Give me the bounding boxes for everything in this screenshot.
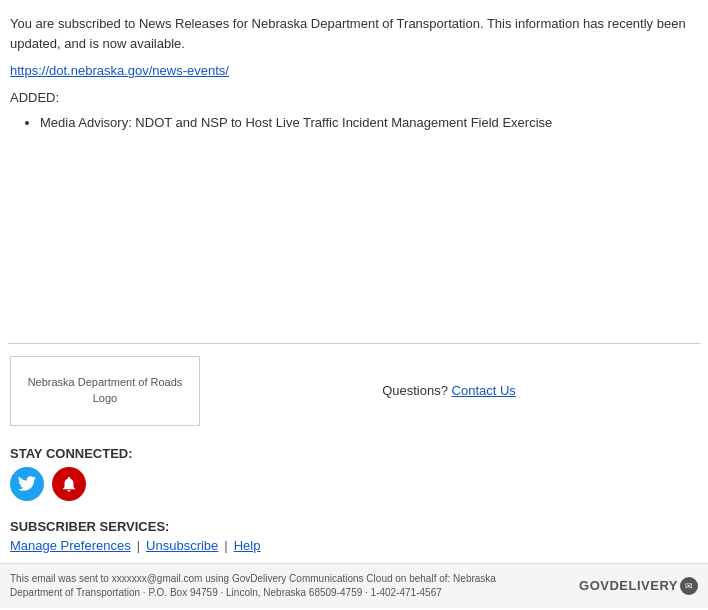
subscriber-links: Manage Preferences | Unsubscribe | Help xyxy=(10,538,698,553)
footer-bottom: This email was sent to xxxxxxx@gmail.com… xyxy=(0,563,708,608)
stay-connected-section: STAY CONNECTED: xyxy=(0,438,708,515)
list-item: Media Advisory: NDOT and NSP to Host Liv… xyxy=(40,113,698,133)
separator-2: | xyxy=(224,538,227,553)
help-link[interactable]: Help xyxy=(234,538,261,553)
questions-section: Questions? Contact Us xyxy=(200,383,698,398)
logo-box: Nebraska Department of Roads Logo xyxy=(10,356,200,426)
news-link[interactable]: https://dot.nebraska.gov/news-events/ xyxy=(10,63,229,78)
subscriber-services-label: SUBSCRIBER SERVICES: xyxy=(10,519,698,534)
unsubscribe-link[interactable]: Unsubscribe xyxy=(146,538,218,553)
spacer xyxy=(10,133,698,333)
item-list: Media Advisory: NDOT and NSP to Host Liv… xyxy=(40,113,698,133)
questions-text: Questions? xyxy=(382,383,448,398)
footer-bottom-text: This email was sent to xxxxxxx@gmail.com… xyxy=(10,572,530,600)
govdelivery-logo: GOVDELIVERY ✉ xyxy=(579,577,698,595)
added-label: ADDED: xyxy=(10,90,698,105)
manage-preferences-link[interactable]: Manage Preferences xyxy=(10,538,131,553)
twitter-icon[interactable] xyxy=(10,467,44,501)
govdelivery-label: GOVDELIVERY xyxy=(579,578,678,593)
contact-us-link[interactable]: Contact Us xyxy=(452,383,516,398)
footer-top: Nebraska Department of Roads Logo Questi… xyxy=(0,344,708,438)
separator-1: | xyxy=(137,538,140,553)
notification-bell-icon[interactable] xyxy=(52,467,86,501)
social-icons xyxy=(10,467,698,501)
logo-text: Nebraska Department of Roads Logo xyxy=(17,375,193,406)
govdelivery-icon: ✉ xyxy=(680,577,698,595)
main-content: You are subscribed to News Releases for … xyxy=(0,0,708,343)
intro-text: You are subscribed to News Releases for … xyxy=(10,14,698,53)
subscriber-services-section: SUBSCRIBER SERVICES: Manage Preferences … xyxy=(0,515,708,563)
stay-connected-label: STAY CONNECTED: xyxy=(10,446,698,461)
